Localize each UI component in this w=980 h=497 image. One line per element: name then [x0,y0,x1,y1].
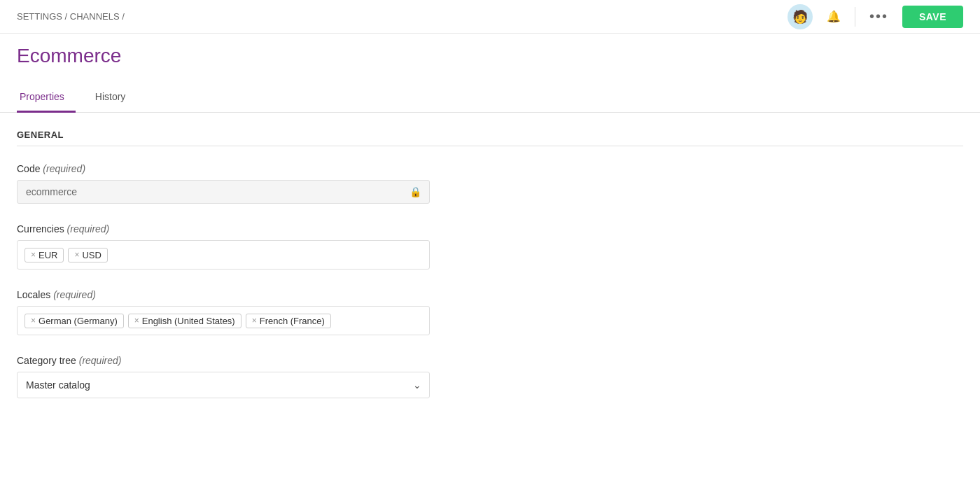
field-locales: Locales (required) × German (Germany) × … [17,289,430,335]
page-title: Ecommerce [17,45,963,67]
save-button[interactable]: SAVE [902,6,963,28]
tag-eur-label: EUR [38,250,57,260]
tab-properties[interactable]: Properties [17,84,76,113]
avatar-button[interactable]: 🧑 [788,4,813,29]
avatar-icon: 🧑 [792,9,808,24]
more-icon: ••• [869,8,888,24]
tag-french: × French (France) [246,314,331,328]
tag-usd: × USD [68,248,107,262]
breadcrumb: SETTINGS / CHANNELS / [17,11,125,22]
tag-english-remove[interactable]: × [134,316,139,325]
code-label: Code (required) [17,163,430,174]
code-input-wrapper: 🔒 [17,180,430,204]
field-category-tree: Category tree (required) Master catalog … [17,355,430,398]
tag-eur-remove[interactable]: × [31,251,36,259]
notifications-button[interactable]: 🔔 [821,4,846,29]
section-divider [17,146,963,146]
category-tree-select-wrapper: Master catalog ⌄ [17,372,430,398]
field-currencies: Currencies (required) × EUR × USD [17,223,430,270]
category-tree-select[interactable]: Master catalog [17,372,430,398]
tag-french-label: French (France) [260,316,325,326]
tabs-container: Properties History [0,84,980,113]
page-title-area: Ecommerce [0,34,980,67]
locales-tags-input[interactable]: × German (Germany) × English (United Sta… [17,306,430,335]
tag-french-remove[interactable]: × [252,316,257,325]
tag-german-label: German (Germany) [38,316,118,326]
tag-english: × English (United States) [128,314,241,328]
lock-icon: 🔒 [410,186,421,197]
header: SETTINGS / CHANNELS / 🧑 🔔 ••• SAVE [0,0,980,34]
currencies-label: Currencies (required) [17,223,430,234]
tag-usd-remove[interactable]: × [74,251,79,259]
tag-english-label: English (United States) [142,316,235,326]
tag-german: × German (Germany) [24,314,124,328]
header-actions: 🧑 🔔 ••• SAVE [788,4,963,29]
header-divider [855,7,855,27]
locales-label: Locales (required) [17,289,430,300]
tag-eur: × EUR [24,248,64,262]
tab-history[interactable]: History [92,84,137,113]
field-code: Code (required) 🔒 [17,163,430,204]
code-input[interactable] [17,180,430,204]
content-area: GENERAL Code (required) 🔒 Currencies (re… [0,113,980,435]
more-options-button[interactable]: ••• [864,6,894,27]
bell-icon: 🔔 [827,10,841,23]
tag-german-remove[interactable]: × [31,316,36,325]
tag-usd-label: USD [82,250,101,260]
section-general-title: GENERAL [17,130,963,140]
currencies-tags-input[interactable]: × EUR × USD [17,240,430,270]
category-tree-label: Category tree (required) [17,355,430,366]
